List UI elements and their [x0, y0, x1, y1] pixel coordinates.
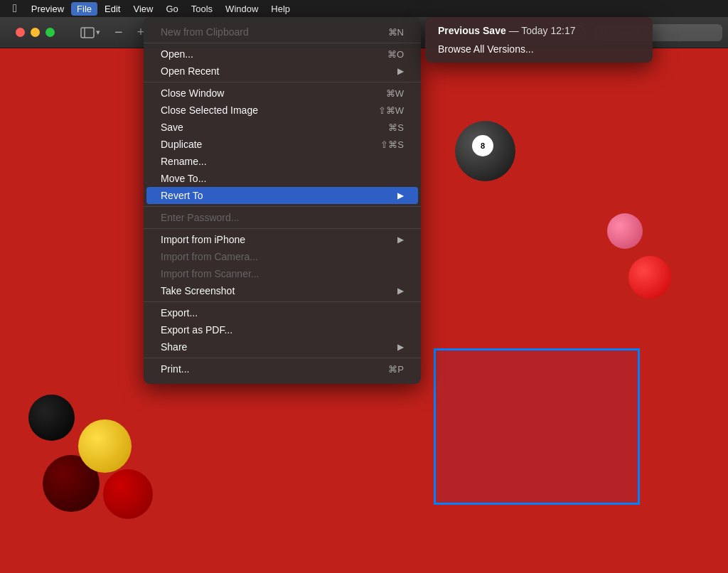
file-menu-dropdown: New from Clipboard ⌘N Open... ⌘O Open Re…: [144, 17, 421, 384]
menu-item-open[interactable]: Open... ⌘O: [146, 45, 418, 63]
menu-item-export-pdf[interactable]: Export as PDF...: [146, 321, 418, 338]
menu-view[interactable]: View: [127, 2, 159, 16]
menu-window[interactable]: Window: [220, 2, 264, 16]
menu-file[interactable]: File: [71, 2, 97, 16]
menu-help[interactable]: Help: [265, 2, 296, 16]
menu-section-import: Import from iPhone ▶ Import from Camera.…: [144, 229, 421, 302]
menu-item-move-to[interactable]: Move To...: [146, 170, 418, 187]
submenu-item-browse-all[interactable]: Browse All Versions...: [425, 40, 653, 58]
menu-tools[interactable]: Tools: [186, 2, 218, 16]
billiard-ball: [628, 256, 671, 299]
menu-section-password: Enter Password...: [144, 207, 421, 229]
billiard-ball: [78, 419, 132, 473]
billiard-ball: [28, 395, 75, 441]
menu-item-take-screenshot[interactable]: Take Screenshot ▶: [146, 282, 418, 299]
zoom-out-button[interactable]: −: [109, 21, 129, 43]
close-button[interactable]: [16, 28, 25, 37]
selection-rectangle: [434, 348, 640, 505]
menu-item-rename[interactable]: Rename...: [146, 153, 418, 170]
menu-item-save[interactable]: Save ⌘S: [146, 119, 418, 136]
menu-go[interactable]: Go: [160, 2, 183, 16]
menu-item-close-selected[interactable]: Close Selected Image ⇧⌘W: [146, 102, 418, 119]
menu-edit[interactable]: Edit: [99, 2, 126, 16]
menu-item-import-camera[interactable]: Import from Camera...: [146, 248, 418, 265]
menu-item-close-window[interactable]: Close Window ⌘W: [146, 85, 418, 102]
menu-item-enter-password[interactable]: Enter Password...: [146, 209, 418, 226]
menu-item-open-recent[interactable]: Open Recent ▶: [146, 63, 418, 80]
billiard-ball: [103, 469, 153, 519]
menu-item-import-iphone[interactable]: Import from iPhone ▶: [146, 231, 418, 248]
menu-section-close: Close Window ⌘W Close Selected Image ⇧⌘W…: [144, 82, 421, 207]
menu-section-export: Export... Export as PDF... Share ▶: [144, 302, 421, 358]
menu-item-print[interactable]: Print... ⌘P: [146, 360, 418, 377]
menu-section-print: Print... ⌘P: [144, 358, 421, 380]
svg-rect-0: [81, 28, 94, 38]
billiard-ball: 8: [455, 121, 515, 181]
menu-item-new-clipboard[interactable]: New from Clipboard ⌘N: [146, 23, 418, 41]
menubar:  Preview File Edit View Go Tools Window…: [0, 0, 728, 17]
maximize-button[interactable]: [46, 28, 55, 37]
menu-item-import-scanner[interactable]: Import from Scanner...: [146, 265, 418, 282]
billiard-ball: [607, 213, 643, 249]
menu-section-new: New from Clipboard ⌘N: [144, 21, 421, 43]
submenu-item-previous-save[interactable]: Previous Save — Today 12:17: [425, 21, 653, 40]
revert-to-submenu: Previous Save — Today 12:17 Browse All V…: [425, 17, 653, 63]
menu-item-export[interactable]: Export...: [146, 304, 418, 321]
menu-item-share[interactable]: Share ▶: [146, 338, 418, 355]
menu-item-revert-to[interactable]: Revert To ▶: [146, 187, 418, 204]
traffic-lights: [6, 28, 55, 37]
apple-menu[interactable]: : [6, 1, 24, 16]
menu-section-open: Open... ⌘O Open Recent ▶: [144, 43, 421, 82]
menu-preview[interactable]: Preview: [26, 2, 70, 16]
menu-item-duplicate[interactable]: Duplicate ⇧⌘S: [146, 136, 418, 153]
sidebar-toggle-button[interactable]: ▾: [75, 24, 106, 41]
minimize-button[interactable]: [31, 28, 40, 37]
